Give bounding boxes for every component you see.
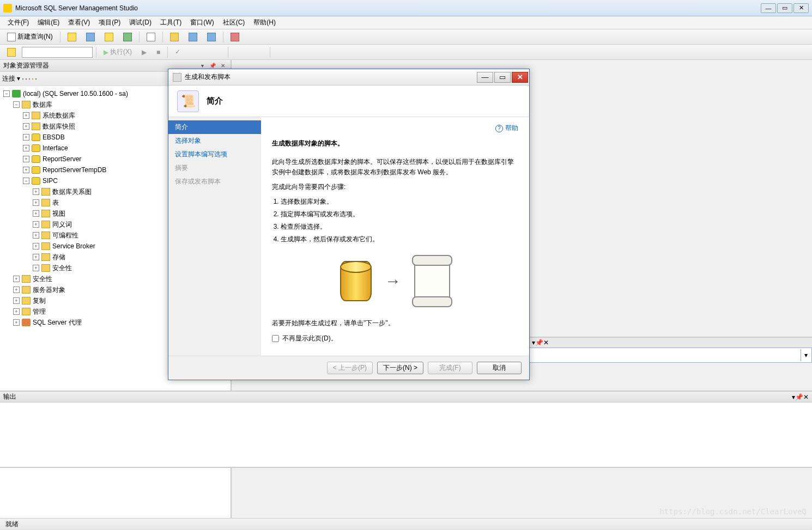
- tb-open[interactable]: [166, 31, 183, 43]
- menu-help[interactable]: 帮助(H): [249, 17, 280, 28]
- expand-icon[interactable]: +: [13, 287, 20, 293]
- expand-icon[interactable]: +: [13, 297, 20, 304]
- content-desc: 此向导生成所选数据库对象的脚本。可以保存这些脚本，以便以后用于在数据库引擎实例中…: [272, 157, 518, 178]
- dialog-title: 生成和发布脚本: [185, 72, 476, 82]
- tb-d6[interactable]: [292, 46, 308, 58]
- parse-button[interactable]: ✓: [171, 46, 187, 58]
- nav-intro[interactable]: 简介: [168, 120, 261, 134]
- stop-conn-icon[interactable]: [29, 78, 30, 80]
- tb-icon-2[interactable]: [82, 31, 99, 43]
- next-button[interactable]: 下一步(N) >: [377, 362, 423, 374]
- dont-show-checkbox[interactable]: [272, 335, 279, 342]
- dont-show-row: 不再显示此页(D)。: [272, 334, 518, 343]
- help-link[interactable]: ? 帮助: [495, 124, 518, 133]
- close-pane-icon[interactable]: ✕: [543, 339, 549, 346]
- dialog-header-text: 简介: [207, 96, 223, 106]
- expand-icon[interactable]: +: [33, 243, 39, 249]
- expand-icon[interactable]: +: [33, 221, 39, 228]
- dialog-body: 简介 选择对象 设置脚本编写选项 摘要 保存或发布脚本 ? 帮助 生成数据库对象…: [168, 117, 529, 356]
- grid-icon: [193, 48, 202, 57]
- collapse-icon[interactable]: −: [3, 90, 10, 97]
- stop-button[interactable]: ■: [153, 47, 164, 58]
- pin-icon[interactable]: 📌: [535, 339, 543, 346]
- server-icon: [12, 90, 21, 98]
- prev-button[interactable]: < 上一步(P): [327, 362, 373, 374]
- expand-icon[interactable]: +: [33, 265, 39, 271]
- tb-icon-4[interactable]: [119, 31, 136, 43]
- tb-d2[interactable]: [208, 46, 225, 58]
- tb-d1[interactable]: [190, 46, 206, 58]
- expand-icon[interactable]: +: [33, 210, 39, 217]
- tb-d5[interactable]: [274, 46, 290, 58]
- tb-icon-3[interactable]: [101, 31, 117, 43]
- menu-view[interactable]: 查看(V): [64, 17, 94, 28]
- close-button[interactable]: ✕: [793, 3, 809, 13]
- tb-icon-1[interactable]: [64, 31, 80, 43]
- collapse-icon[interactable]: −: [23, 178, 29, 184]
- disconnect-icon[interactable]: [26, 78, 27, 80]
- expand-icon[interactable]: +: [33, 199, 39, 206]
- cancel-button[interactable]: 取消: [477, 362, 522, 374]
- tb-d3[interactable]: [232, 46, 248, 58]
- execute-button[interactable]: ▶ 执行(X): [100, 46, 136, 58]
- menu-file[interactable]: 文件(F): [3, 17, 33, 28]
- chevron-down-icon[interactable]: ▾: [801, 349, 810, 361]
- expand-icon[interactable]: +: [23, 123, 29, 130]
- tb-icon-5[interactable]: [143, 31, 159, 43]
- saveall-icon: [207, 33, 216, 41]
- text-icon: [212, 48, 221, 57]
- expand-icon[interactable]: +: [13, 276, 20, 282]
- close-pane-icon[interactable]: ✕: [803, 393, 809, 401]
- tb-d4[interactable]: [250, 46, 266, 58]
- debug-icon: ▶: [142, 48, 147, 56]
- new-query-button[interactable]: 新建查询(N): [3, 31, 57, 43]
- expand-icon[interactable]: +: [23, 156, 29, 162]
- finish-button[interactable]: 完成(F): [428, 362, 472, 374]
- menu-tools[interactable]: 工具(T): [156, 17, 186, 28]
- database-icon: [32, 155, 40, 163]
- menu-project[interactable]: 项目(P): [94, 17, 125, 28]
- menu-debug[interactable]: 调试(D): [125, 17, 156, 28]
- properties-combo[interactable]: ▾: [529, 348, 812, 363]
- expand-icon[interactable]: +: [23, 134, 29, 141]
- connect-dropdown[interactable]: 连接 ▾: [2, 74, 20, 83]
- menu-edit[interactable]: 编辑(E): [33, 17, 64, 28]
- nav-options[interactable]: 设置脚本编写选项: [168, 148, 261, 161]
- window-title: Microsoft SQL Server Management Studio: [15, 4, 761, 12]
- step-4: 生成脚本，然后保存或发布它们。: [281, 235, 518, 244]
- folder-icon: [32, 112, 40, 119]
- dialog-footer: < 上一步(P) 下一步(N) > 完成(F) 取消: [168, 356, 529, 380]
- expand-icon[interactable]: +: [23, 145, 29, 151]
- tb-save[interactable]: [185, 31, 201, 43]
- new-query-label: 新建查询(N): [17, 32, 53, 41]
- refresh-icon[interactable]: [35, 78, 37, 80]
- expand-icon[interactable]: +: [33, 232, 39, 239]
- start-hint: 若要开始脚本生成过程，请单击"下一步"。: [272, 318, 518, 328]
- expand-icon[interactable]: +: [33, 254, 39, 260]
- maximize-button[interactable]: ▭: [777, 3, 792, 13]
- expand-icon[interactable]: +: [23, 112, 29, 119]
- menu-community[interactable]: 社区(C): [219, 17, 250, 28]
- expand-icon[interactable]: +: [13, 308, 20, 315]
- steps-list: 选择数据库对象。 指定脚本编写或发布选项。 检查所做选择。 生成脚本，然后保存或…: [281, 197, 518, 244]
- database-selector[interactable]: [22, 47, 93, 58]
- nav-save: 保存或发布脚本: [168, 175, 261, 188]
- dialog-close-button[interactable]: ✕: [512, 72, 528, 83]
- generate-scripts-dialog: 生成和发布脚本 — ▭ ✕ 📜 简介 简介 选择对象 设置脚本编写选项 摘要 保…: [168, 69, 530, 380]
- nav-choose[interactable]: 选择对象: [168, 134, 261, 148]
- dialog-maximize-button[interactable]: ▭: [494, 72, 511, 83]
- dialog-minimize-button[interactable]: —: [477, 72, 493, 83]
- tb-activity[interactable]: [227, 31, 243, 43]
- output-title: 输出: [3, 392, 16, 401]
- expand-icon[interactable]: +: [23, 167, 29, 173]
- pin-icon[interactable]: 📌: [795, 393, 803, 401]
- tb-saveall[interactable]: [203, 31, 220, 43]
- debug-button[interactable]: ▶: [138, 47, 150, 58]
- menu-window[interactable]: 窗口(W): [186, 17, 218, 28]
- expand-icon[interactable]: +: [13, 319, 20, 326]
- minimize-button[interactable]: —: [761, 3, 776, 13]
- connect-icon[interactable]: [22, 78, 23, 80]
- expand-icon[interactable]: +: [33, 188, 39, 195]
- filter-icon[interactable]: [32, 78, 33, 80]
- collapse-icon[interactable]: −: [13, 101, 20, 108]
